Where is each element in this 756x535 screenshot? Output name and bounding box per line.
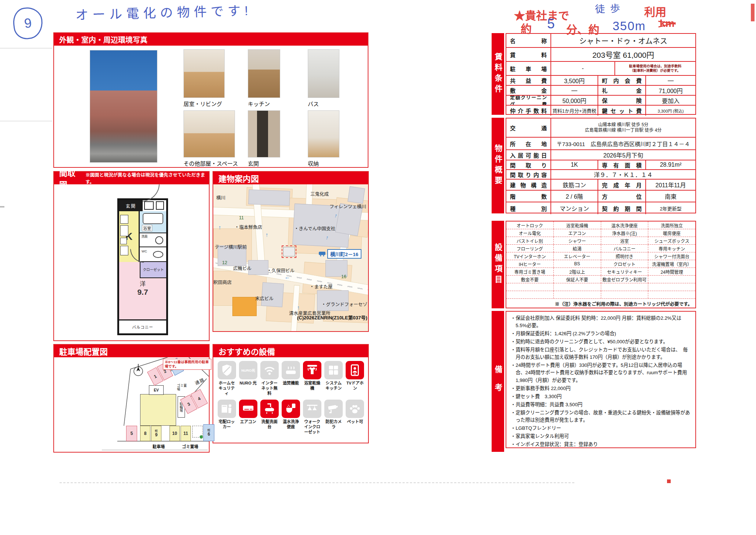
equipment-cell: バストイレ別 [506, 237, 554, 244]
label-layout-detail: 間取り内容 [506, 170, 551, 179]
floorplan-window [156, 201, 164, 210]
equipment-row [506, 291, 695, 299]
recommended-section: おすすめの設備 ホームセキュリティNURO光NURO 光インターネット無料追焚機… [213, 344, 369, 443]
parking-spot: 軽9 [151, 426, 161, 441]
label-contract-period: 契約期間 [598, 202, 646, 214]
toilet-icon [153, 251, 163, 258]
equipment-cell: 暖房便座 [648, 229, 695, 237]
scan-artifact [0, 206, 4, 208]
value-move-in: 2026年5月下旬 [551, 150, 695, 160]
recommended-grid: ホームセキュリティNURO光NURO 光インターネット無料追焚機能浴室乾燥機シス… [217, 361, 365, 435]
stamp-approx: 約 [521, 20, 532, 36]
stamp-distance: 350m [613, 19, 646, 33]
facility-label: ペット可 [347, 419, 363, 425]
equipment-row [506, 283, 695, 291]
label-deposit: 敷金 [506, 86, 551, 95]
label-address: 所在地 [506, 138, 551, 149]
equipment-cell [648, 276, 695, 283]
equipment-row: オール電化エアコン浄水器※(注)暖房便座 [506, 229, 695, 237]
washbasin-icon [155, 236, 163, 244]
parking-fee-note: 駐車場使用の場合は、別途手数料（駐車料+消費税）が必要です。 [615, 62, 695, 75]
equipment-cell [648, 291, 695, 298]
value-floor-area: 28.91m² [646, 160, 695, 169]
floorplan-window [144, 201, 154, 210]
parking-spot: 5 [126, 426, 137, 441]
equipment-cell [554, 283, 601, 291]
photo-caption: その他部屋・スペース [183, 159, 238, 167]
equipment-cell: 給湯 [554, 245, 601, 252]
map-direction-arrow: ↑ [218, 224, 221, 230]
remark-line: ・24時間サポート費用（月額）330円が必要です。5月12日以降に入居申込の場合… [511, 362, 692, 384]
value-rent: 203号室 61,000円 [551, 48, 695, 61]
label-move-in: 入居可能日 [506, 150, 551, 160]
label-floors: 階数 [506, 191, 551, 202]
building-photo [90, 50, 157, 163]
remarks-list: ・保証会社原則加入 保証委託料 契約時：22,000円 月額：賃料総額の2.2%… [511, 315, 692, 449]
nuro-icon: NURO光 [239, 361, 257, 379]
map-building-orange [232, 297, 257, 316]
equipment-cell [506, 283, 554, 291]
remarks-box: ・保証会社原則加入 保証委託料 契約時：22,000円 月額：賃料総額の2.2%… [506, 311, 696, 448]
parking-title: 駐車場配置図 [54, 345, 209, 357]
tram-icon [318, 251, 326, 256]
stamp-use: 利用 [644, 3, 666, 19]
equipment-row: 敷金不要保証人不要敷金ゼロプラン利用可 [506, 276, 695, 283]
equipment-cell: エアコン [554, 229, 601, 237]
label-neighborhood-fee: 町内会費 [598, 76, 646, 85]
remark-line: ・保証会社原則加入 保証委託料 契約時：22,000円 月額：賃料総額の2.2%… [511, 315, 692, 329]
facility-item: ウォークインクローゼット [303, 400, 322, 435]
value-direction: 南東 [646, 191, 695, 202]
map-label: 広機ビル [233, 265, 252, 272]
kitchen-fixture-icon [120, 238, 127, 244]
parking-spot: 11 [181, 426, 191, 441]
north-compass-icon [132, 363, 145, 377]
value-deposit: — [551, 86, 598, 95]
equipment-cell: オール電化 [506, 229, 554, 237]
building-footprint [140, 394, 176, 426]
equipment-cell: 浴室乾燥機 [554, 222, 601, 229]
living-photo [183, 49, 225, 98]
equipment-row: IHヒーターBSクロゼット洗濯機置場（室内） [506, 260, 695, 268]
label-completion: 完成年月 [598, 180, 646, 190]
value-floors: 2 / 6階 [551, 191, 598, 202]
rent-conditions-table: 名称 シャトー・ドゥ・オムネス 賃料 203号室 61,000円 駐車場 - 駐… [506, 33, 696, 115]
scan-artifact [0, 48, 52, 49]
value-key-money: 71,000円 [646, 86, 695, 95]
value-transport: 山陽本線 横川駅 徒歩 5分広島電鉄横川線 横川一丁目駅 徒歩 4分 [551, 118, 695, 137]
station-label-box: 横川町2－16 [318, 249, 361, 259]
facility-item: ペット可 [345, 400, 365, 435]
property-location-marker [282, 245, 296, 258]
parking-section: 駐車場配置図 ※8～11番は事務所用の駐車場です。 4,000 通路 EV ゴミ… [53, 344, 210, 453]
remark-line: ・月額保証委託料：1,426円 (2.2%プランの場合) [511, 330, 692, 337]
equipment-cell: IHヒーター [506, 260, 554, 268]
equipment-cell: 2階以上 [554, 268, 601, 275]
label-layout: 間取り [506, 160, 551, 169]
parking-spot: 軽6 [203, 424, 214, 441]
facility-item: 宅配ロッカー [217, 400, 236, 435]
entrance-photo [248, 110, 280, 157]
value-common-fee: 3,500円 [551, 76, 598, 85]
recommended-title: おすすめの設備 [213, 345, 368, 357]
equipment-cell: 敷金不要 [506, 276, 554, 283]
station-label: 横川町2－16 [327, 249, 361, 259]
remark-line: ・賃料等月額を口座引落とし、クレジットカードでお支払いいただく場合は、 毎月のお… [511, 346, 692, 361]
floorplan-bath-label: 浴室 [142, 225, 152, 231]
equipment-cell: 浄水器※(注) [601, 229, 649, 237]
value-agency-fee: 賃料1か月分+消費税 [551, 106, 598, 116]
equipment-cell: エレベーター [554, 252, 601, 260]
shield-icon [218, 361, 236, 379]
facility-label: 追焚機能 [283, 381, 299, 386]
elevator-box: EV [149, 385, 164, 395]
kitchen-photo [248, 49, 280, 98]
parking-note: ※8～11番は事務所用の駐車場です。 [163, 359, 211, 370]
map-label: ・ますた屋 [310, 283, 333, 290]
value-neighborhood-fee: — [646, 76, 695, 85]
equipment-cell: 保証人不要 [554, 276, 601, 283]
label-key-set-fee: 鍵セット費 [598, 106, 646, 116]
scan-artifact [0, 121, 52, 121]
map-label: テージ横川駅前 [215, 243, 247, 250]
facility-label: 温水洗浄便座 [281, 419, 300, 430]
map-section: 建物案内図 横川町2－16 (C)2026ZENRIN(Z10LE第037号) [213, 171, 369, 332]
map-label: 横川 [216, 194, 225, 201]
map-label: 釈田商店 [213, 279, 232, 286]
